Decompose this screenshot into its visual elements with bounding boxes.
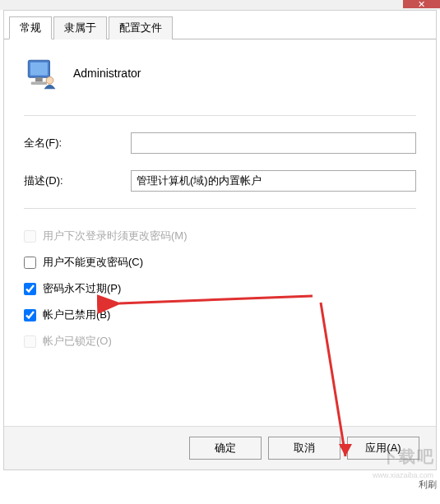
check-cannot-change-label: 用户不能更改密码(C) (43, 255, 143, 270)
check-disabled-account-label: 帐户已禁用(B) (43, 307, 110, 322)
ok-button[interactable]: 确定 (189, 437, 262, 460)
fullname-label: 全名(F): (24, 136, 131, 150)
check-never-expire-label: 密码永不过期(P) (43, 281, 121, 296)
check-never-expire[interactable] (24, 283, 36, 295)
user-header: Administrator (24, 56, 416, 90)
check-disabled-account[interactable] (24, 309, 36, 321)
svg-point-4 (46, 76, 53, 84)
divider (24, 115, 416, 116)
check-locked-row: 帐户已锁定(O) (24, 334, 416, 349)
svg-rect-2 (35, 77, 43, 81)
window-title: Administrator 属性 (176, 0, 263, 1)
check-locked-label: 帐户已锁定(O) (43, 334, 112, 349)
check-disabled-account-row: 帐户已禁用(B) (24, 307, 416, 322)
description-input[interactable] (131, 170, 416, 192)
tab-bar: 常规 隶属于 配置文件 (4, 11, 436, 39)
check-must-change-label: 用户下次登录时须更改密码(M) (43, 229, 188, 243)
titlebar: Administrator 属性 ✕ (0, 0, 440, 10)
check-must-change (24, 230, 36, 243)
check-must-change-row: 用户下次登录时须更改密码(M) (24, 229, 416, 243)
window-body: 常规 隶属于 配置文件 Administrator 全名(F): 描述(D): (3, 10, 437, 470)
check-never-expire-row: 密码永不过期(P) (24, 281, 416, 296)
user-icon (24, 56, 58, 90)
tab-memberof[interactable]: 隶属于 (53, 16, 107, 39)
tab-content: Administrator 全名(F): 描述(D): 用户下次登录时须更改密码… (4, 39, 436, 377)
svg-rect-1 (30, 62, 48, 76)
button-bar: 确定 取消 应用(A) (4, 426, 436, 469)
check-section: 用户下次登录时须更改密码(M) 用户不能更改密码(C) 密码永不过期(P) 帐户… (24, 229, 416, 349)
svg-rect-3 (31, 82, 47, 86)
fullname-row: 全名(F): (24, 132, 416, 154)
check-locked (24, 335, 36, 348)
check-cannot-change-row: 用户不能更改密码(C) (24, 255, 416, 270)
cancel-button[interactable]: 取消 (268, 437, 340, 460)
check-cannot-change[interactable] (24, 257, 36, 269)
fullname-input[interactable] (131, 132, 416, 154)
tab-profile[interactable]: 配置文件 (109, 16, 173, 39)
user-name: Administrator (73, 67, 141, 80)
close-button[interactable]: ✕ (403, 0, 440, 8)
tab-general[interactable]: 常规 (9, 16, 52, 39)
divider-2 (24, 208, 416, 209)
side-label: 利刷 (419, 479, 437, 491)
apply-button[interactable]: 应用(A) (347, 437, 419, 460)
description-row: 描述(D): (24, 170, 416, 192)
description-label: 描述(D): (24, 173, 131, 188)
